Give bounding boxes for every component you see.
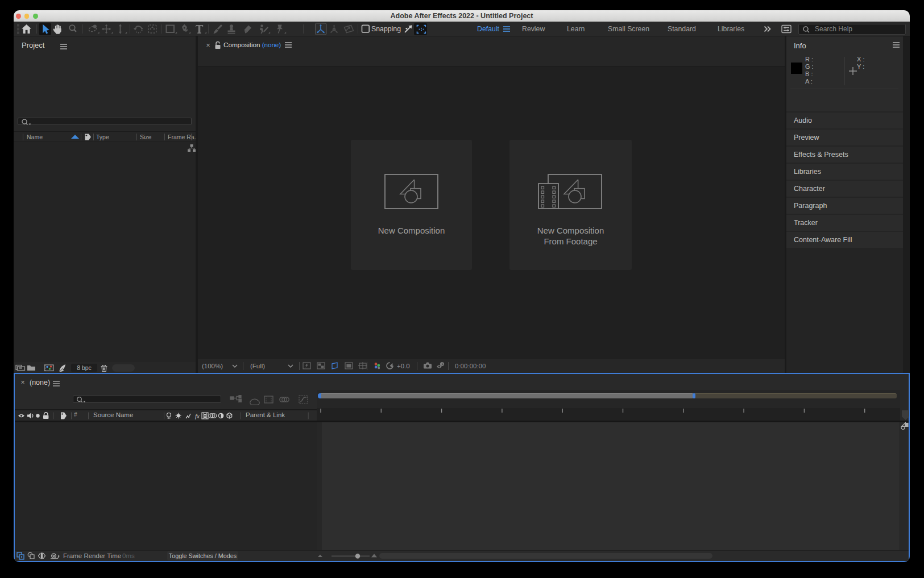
svg-text:New Composition: New Composition xyxy=(537,226,604,235)
svg-text:New Composition: New Composition xyxy=(378,226,445,235)
svg-text:fx: fx xyxy=(195,413,200,419)
svg-text:From Footage: From Footage xyxy=(544,236,597,246)
